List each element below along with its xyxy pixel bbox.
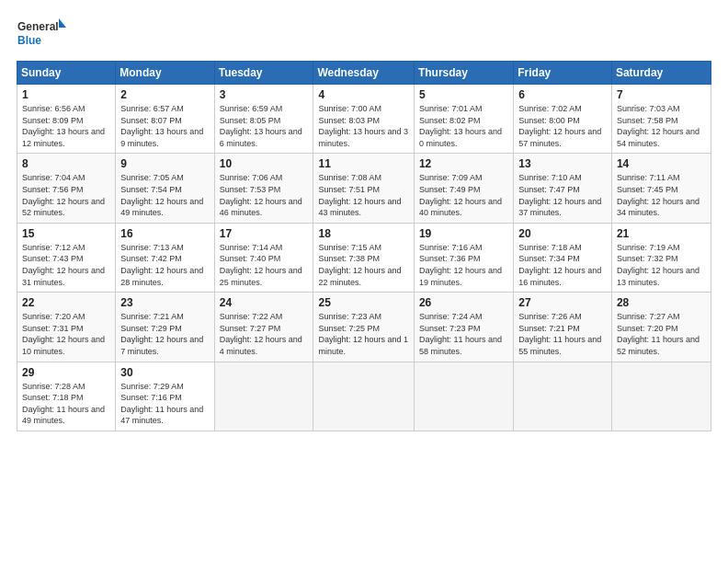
calendar-week-2: 8 Sunrise: 7:04 AM Sunset: 7:56 PM Dayli… [17, 154, 711, 223]
day-info: Sunrise: 7:05 AM Sunset: 7:54 PM Dayligh… [120, 172, 209, 218]
day-number: 17 [220, 227, 309, 240]
calendar-cell [214, 362, 313, 431]
day-info: Sunrise: 7:27 AM Sunset: 7:20 PM Dayligh… [617, 311, 706, 357]
day-info: Sunrise: 7:18 AM Sunset: 7:34 PM Dayligh… [518, 242, 607, 288]
day-number: 26 [419, 296, 508, 309]
weekday-header-saturday: Saturday [611, 62, 711, 85]
day-info: Sunrise: 6:59 AM Sunset: 8:05 PM Dayligh… [220, 103, 309, 149]
calendar-cell: 24 Sunrise: 7:22 AM Sunset: 7:27 PM Dayl… [214, 293, 313, 362]
calendar-table: SundayMondayTuesdayWednesdayThursdayFrid… [17, 61, 711, 431]
day-number: 19 [419, 227, 508, 240]
day-number: 22 [22, 296, 110, 309]
day-number: 15 [22, 227, 110, 240]
day-info: Sunrise: 7:19 AM Sunset: 7:32 PM Dayligh… [617, 242, 706, 288]
calendar-cell: 30 Sunrise: 7:29 AM Sunset: 7:16 PM Dayl… [116, 362, 214, 431]
calendar-cell: 12 Sunrise: 7:09 AM Sunset: 7:49 PM Dayl… [414, 154, 513, 223]
day-number: 18 [318, 227, 408, 240]
calendar-cell: 4 Sunrise: 7:00 AM Sunset: 8:03 PM Dayli… [313, 85, 414, 154]
weekday-header-wednesday: Wednesday [313, 62, 414, 85]
day-number: 8 [22, 157, 110, 170]
calendar-cell: 29 Sunrise: 7:28 AM Sunset: 7:18 PM Dayl… [17, 362, 116, 431]
calendar-cell [611, 362, 711, 431]
day-info: Sunrise: 7:23 AM Sunset: 7:25 PM Dayligh… [318, 311, 408, 357]
calendar-cell: 8 Sunrise: 7:04 AM Sunset: 7:56 PM Dayli… [17, 154, 116, 223]
weekday-header-monday: Monday [116, 62, 214, 85]
day-info: Sunrise: 7:11 AM Sunset: 7:45 PM Dayligh… [617, 172, 706, 218]
calendar-cell: 22 Sunrise: 7:20 AM Sunset: 7:31 PM Dayl… [17, 293, 116, 362]
day-info: Sunrise: 7:16 AM Sunset: 7:36 PM Dayligh… [419, 242, 508, 288]
day-number: 16 [120, 227, 209, 240]
day-info: Sunrise: 7:22 AM Sunset: 7:27 PM Dayligh… [220, 311, 309, 357]
calendar-cell [514, 362, 612, 431]
day-number: 9 [120, 157, 209, 170]
calendar-cell: 16 Sunrise: 7:13 AM Sunset: 7:42 PM Dayl… [116, 223, 214, 292]
calendar-week-4: 22 Sunrise: 7:20 AM Sunset: 7:31 PM Dayl… [17, 293, 711, 362]
calendar-cell: 1 Sunrise: 6:56 AM Sunset: 8:09 PM Dayli… [17, 85, 116, 154]
day-info: Sunrise: 7:01 AM Sunset: 8:02 PM Dayligh… [419, 103, 508, 149]
logo-svg: General Blue [17, 17, 67, 52]
calendar-cell: 2 Sunrise: 6:57 AM Sunset: 8:07 PM Dayli… [116, 85, 214, 154]
day-info: Sunrise: 7:03 AM Sunset: 7:58 PM Dayligh… [617, 103, 706, 149]
day-info: Sunrise: 7:14 AM Sunset: 7:40 PM Dayligh… [220, 242, 309, 288]
calendar-cell: 19 Sunrise: 7:16 AM Sunset: 7:36 PM Dayl… [414, 223, 513, 292]
day-number: 3 [220, 88, 309, 101]
calendar-cell: 27 Sunrise: 7:26 AM Sunset: 7:21 PM Dayl… [514, 293, 612, 362]
weekday-header-row: SundayMondayTuesdayWednesdayThursdayFrid… [17, 62, 711, 85]
calendar-cell: 14 Sunrise: 7:11 AM Sunset: 7:45 PM Dayl… [611, 154, 711, 223]
day-info: Sunrise: 7:02 AM Sunset: 8:00 PM Dayligh… [518, 103, 607, 149]
day-info: Sunrise: 7:24 AM Sunset: 7:23 PM Dayligh… [419, 311, 508, 357]
calendar-week-1: 1 Sunrise: 6:56 AM Sunset: 8:09 PM Dayli… [17, 85, 711, 154]
calendar-cell: 20 Sunrise: 7:18 AM Sunset: 7:34 PM Dayl… [514, 223, 612, 292]
day-info: Sunrise: 6:56 AM Sunset: 8:09 PM Dayligh… [22, 103, 110, 149]
day-number: 4 [318, 88, 408, 101]
calendar-cell [313, 362, 414, 431]
day-number: 10 [220, 157, 309, 170]
header: General Blue [17, 17, 711, 52]
calendar-cell: 10 Sunrise: 7:06 AM Sunset: 7:53 PM Dayl… [214, 154, 313, 223]
day-number: 1 [22, 88, 110, 101]
day-info: Sunrise: 7:00 AM Sunset: 8:03 PM Dayligh… [318, 103, 408, 149]
day-number: 23 [120, 296, 209, 309]
day-number: 21 [617, 227, 706, 240]
day-info: Sunrise: 7:08 AM Sunset: 7:51 PM Dayligh… [318, 172, 408, 218]
calendar-week-5: 29 Sunrise: 7:28 AM Sunset: 7:18 PM Dayl… [17, 362, 711, 431]
day-info: Sunrise: 7:21 AM Sunset: 7:29 PM Dayligh… [120, 311, 209, 357]
calendar-cell [414, 362, 513, 431]
calendar-cell: 7 Sunrise: 7:03 AM Sunset: 7:58 PM Dayli… [611, 85, 711, 154]
calendar-cell: 28 Sunrise: 7:27 AM Sunset: 7:20 PM Dayl… [611, 293, 711, 362]
calendar-cell: 26 Sunrise: 7:24 AM Sunset: 7:23 PM Dayl… [414, 293, 513, 362]
svg-text:Blue: Blue [17, 34, 41, 47]
day-info: Sunrise: 7:10 AM Sunset: 7:47 PM Dayligh… [518, 172, 607, 218]
weekday-header-friday: Friday [514, 62, 612, 85]
page: General Blue SundayMondayTuesdayWednesda… [0, 0, 728, 563]
calendar-cell: 21 Sunrise: 7:19 AM Sunset: 7:32 PM Dayl… [611, 223, 711, 292]
day-number: 7 [617, 88, 706, 101]
calendar-cell: 18 Sunrise: 7:15 AM Sunset: 7:38 PM Dayl… [313, 223, 414, 292]
day-number: 28 [617, 296, 706, 309]
day-info: Sunrise: 7:06 AM Sunset: 7:53 PM Dayligh… [220, 172, 309, 218]
day-number: 13 [518, 157, 607, 170]
calendar-cell: 11 Sunrise: 7:08 AM Sunset: 7:51 PM Dayl… [313, 154, 414, 223]
day-number: 25 [318, 296, 408, 309]
day-info: Sunrise: 7:26 AM Sunset: 7:21 PM Dayligh… [518, 311, 607, 357]
day-number: 20 [518, 227, 607, 240]
day-info: Sunrise: 6:57 AM Sunset: 8:07 PM Dayligh… [120, 103, 209, 149]
weekday-header-thursday: Thursday [414, 62, 513, 85]
calendar-week-3: 15 Sunrise: 7:12 AM Sunset: 7:43 PM Dayl… [17, 223, 711, 292]
logo: General Blue [17, 17, 67, 52]
day-info: Sunrise: 7:20 AM Sunset: 7:31 PM Dayligh… [22, 311, 110, 357]
day-number: 6 [518, 88, 607, 101]
calendar-cell: 25 Sunrise: 7:23 AM Sunset: 7:25 PM Dayl… [313, 293, 414, 362]
day-info: Sunrise: 7:12 AM Sunset: 7:43 PM Dayligh… [22, 242, 110, 288]
weekday-header-sunday: Sunday [17, 62, 116, 85]
calendar-cell: 6 Sunrise: 7:02 AM Sunset: 8:00 PM Dayli… [514, 85, 612, 154]
day-info: Sunrise: 7:09 AM Sunset: 7:49 PM Dayligh… [419, 172, 508, 218]
day-number: 12 [419, 157, 508, 170]
calendar-cell: 9 Sunrise: 7:05 AM Sunset: 7:54 PM Dayli… [116, 154, 214, 223]
day-number: 27 [518, 296, 607, 309]
day-number: 24 [220, 296, 309, 309]
day-number: 11 [318, 157, 408, 170]
day-info: Sunrise: 7:04 AM Sunset: 7:56 PM Dayligh… [22, 172, 110, 218]
calendar-cell: 23 Sunrise: 7:21 AM Sunset: 7:29 PM Dayl… [116, 293, 214, 362]
svg-marker-2 [59, 18, 66, 28]
